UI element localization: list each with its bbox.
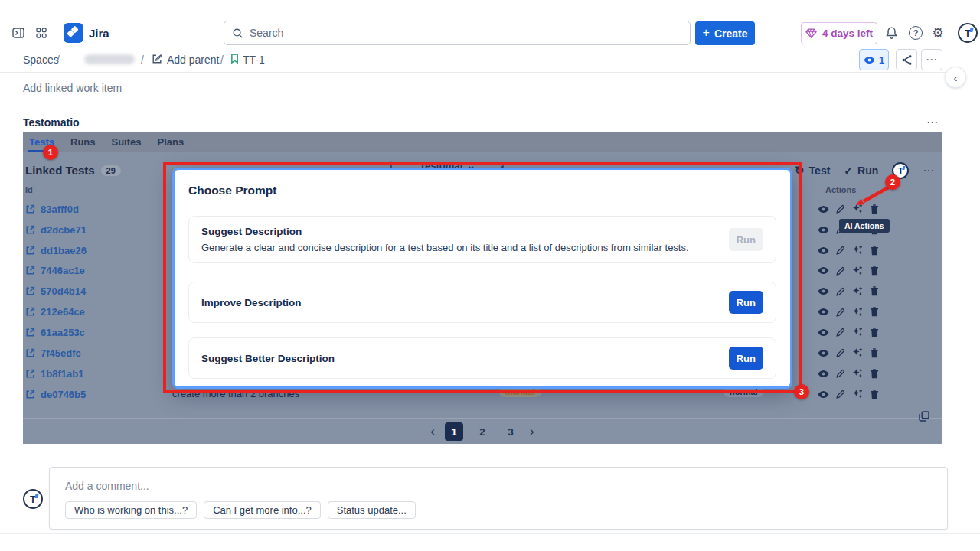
view-eye-icon[interactable] [818, 308, 829, 316]
ai-actions-icon[interactable] [852, 368, 863, 379]
delete-trash-icon[interactable] [870, 246, 879, 256]
create-button[interactable]: + Create [695, 21, 755, 45]
tab-suites[interactable]: Suites [110, 132, 143, 152]
ai-actions-icon[interactable] [852, 266, 863, 276]
edit-pencil-icon[interactable] [836, 287, 845, 296]
help-icon[interactable]: ? [909, 26, 923, 40]
quick-reply-chip[interactable]: Who is working on this...? [65, 501, 197, 519]
ai-actions-icon[interactable] [852, 307, 863, 318]
edit-pencil-icon[interactable] [836, 390, 845, 399]
delete-trash-icon[interactable] [870, 307, 879, 317]
delete-trash-icon[interactable] [870, 348, 879, 358]
external-link-icon [25, 266, 35, 276]
page-prev-icon[interactable]: ‹ [430, 424, 435, 439]
test-id-link[interactable]: dd1bae26 [25, 245, 87, 256]
run-button[interactable]: ✓ Run [844, 165, 878, 177]
app-title: Jira [89, 27, 109, 40]
row-actions [818, 266, 879, 276]
delete-trash-icon[interactable] [870, 390, 879, 399]
tab-runs[interactable]: Runs [69, 132, 97, 152]
breadcrumb-spaces[interactable]: Spaces [23, 54, 59, 66]
edit-pencil-icon[interactable] [836, 308, 845, 317]
quick-reply-chip[interactable]: Can I get more info...? [204, 501, 321, 519]
pagination: ‹ 1 2 3 › [23, 422, 942, 441]
view-eye-icon[interactable] [818, 287, 829, 295]
test-id-link[interactable]: 570d4b14 [25, 285, 86, 297]
sidebar-toggle-icon[interactable] [12, 28, 24, 38]
comment-avatar: T [23, 489, 43, 509]
delete-trash-icon[interactable] [870, 286, 879, 296]
quick-reply-chip[interactable]: Status update... [328, 501, 416, 519]
edit-pencil-icon[interactable] [836, 204, 845, 214]
comment-placeholder[interactable]: Add a comment... [65, 480, 149, 492]
bookmark-icon [230, 54, 239, 64]
page-next-icon[interactable]: › [530, 424, 534, 439]
panel-more-icon[interactable]: ⋯ [923, 164, 935, 178]
breadcrumb-separator: / [141, 54, 144, 66]
page-2[interactable]: 2 [473, 422, 492, 441]
ai-actions-icon[interactable] [852, 286, 863, 297]
test-id-link[interactable]: 7f45edfc [25, 347, 81, 359]
share-button[interactable] [896, 49, 917, 70]
breadcrumb-separator: / [57, 54, 60, 66]
page-3[interactable]: 3 [501, 422, 520, 441]
test-id-link[interactable]: d2dcbe71 [25, 224, 87, 236]
user-avatar[interactable]: T [958, 23, 978, 43]
space-name-redacted[interactable] [84, 54, 135, 64]
jira-logo-icon[interactable] [64, 23, 83, 43]
external-link-icon [25, 246, 35, 256]
add-parent-link[interactable]: Add parent [167, 54, 220, 66]
search-box[interactable] [224, 21, 691, 45]
view-eye-icon[interactable] [818, 349, 829, 357]
breadcrumb-current-item[interactable]: TT-1 [243, 54, 265, 66]
comment-box[interactable]: Add a comment... Who is working on this.… [49, 467, 948, 530]
delete-trash-icon[interactable] [870, 328, 879, 337]
watchers-button[interactable]: 1 [859, 49, 889, 70]
view-eye-icon[interactable] [818, 390, 829, 399]
export-copy-icon[interactable] [919, 411, 929, 422]
external-link-icon [25, 225, 35, 235]
view-eye-icon[interactable] [818, 266, 829, 275]
ai-actions-icon[interactable] [852, 347, 863, 358]
more-actions-button[interactable]: ⋯ [921, 49, 942, 70]
edit-pencil-icon[interactable] [836, 246, 845, 255]
test-id-link[interactable]: 7446ac1e [25, 265, 85, 276]
delete-trash-icon[interactable] [870, 266, 879, 276]
view-eye-icon[interactable] [818, 226, 829, 234]
collapse-panel-button[interactable]: ‹ [945, 67, 966, 88]
testomatio-tabs: Tests Runs Suites Plans [23, 132, 942, 152]
ai-actions-icon[interactable] [852, 389, 863, 399]
test-id-link[interactable]: 1b8f1ab1 [25, 368, 83, 380]
edit-pencil-icon[interactable] [836, 369, 845, 378]
ai-actions-icon[interactable] [852, 245, 863, 256]
view-eye-icon[interactable] [818, 370, 829, 378]
section-more-icon[interactable]: ⋯ [926, 116, 939, 129]
row-actions [818, 327, 879, 337]
settings-gear-icon[interactable]: ⚙ [932, 24, 944, 41]
test-id-link[interactable]: de0746b5 [25, 389, 86, 400]
add-linked-work-item[interactable]: Add linked work item [23, 82, 122, 94]
view-eye-icon[interactable] [818, 205, 829, 214]
annotation-step-3: 3 [794, 384, 809, 399]
edit-pencil-icon[interactable] [836, 348, 845, 357]
edit-pencil-icon[interactable] [836, 266, 845, 276]
view-eye-icon[interactable] [818, 328, 829, 337]
edit-icon [152, 54, 162, 64]
test-id-link[interactable]: 212e64ce [25, 306, 85, 318]
search-input[interactable] [250, 27, 682, 39]
watch-eye-icon [864, 56, 875, 64]
ai-actions-icon[interactable] [852, 327, 863, 337]
search-icon [232, 28, 243, 39]
view-eye-icon[interactable] [818, 246, 829, 255]
test-id-link[interactable]: 61aa253c [25, 327, 85, 338]
edit-pencil-icon[interactable] [836, 328, 845, 337]
notifications-bell-icon[interactable] [885, 26, 898, 40]
app-switcher-icon[interactable] [36, 28, 47, 38]
more-icon: ⋯ [926, 53, 938, 67]
page-1[interactable]: 1 [445, 422, 463, 441]
row-actions [818, 389, 879, 399]
test-id-link[interactable]: 83afff0d [25, 204, 79, 215]
tab-plans[interactable]: Plans [156, 132, 186, 152]
delete-trash-icon[interactable] [870, 369, 879, 379]
trial-badge[interactable]: 4 days left [801, 22, 877, 44]
